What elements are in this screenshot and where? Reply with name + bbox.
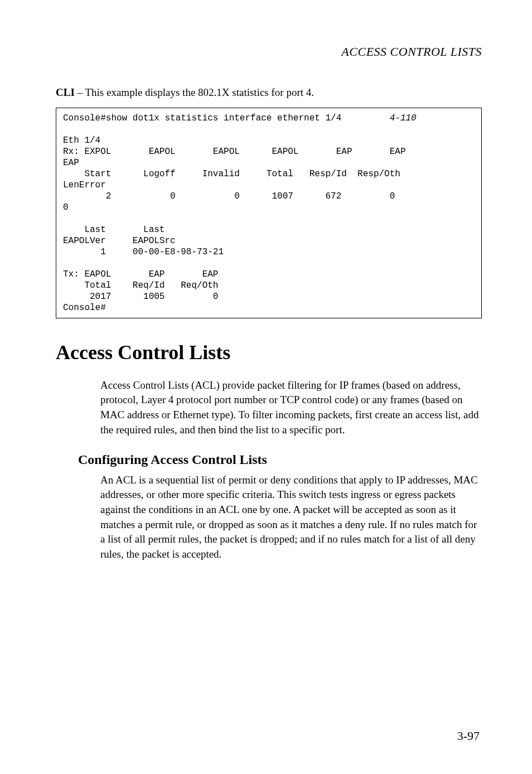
intro-rest: – This example displays the 802.1X stati…: [75, 86, 314, 98]
code-l16: Total Req/Id Req/Oth: [63, 280, 218, 291]
subsection-heading: Configuring Access Control Lists: [78, 451, 482, 470]
intro-bold: CLI: [56, 86, 75, 98]
section-heading: Access Control Lists: [56, 338, 482, 366]
code-ref: 4-110: [390, 113, 417, 123]
code-l17: 2017 1005 0: [63, 292, 218, 302]
code-l9: 0: [63, 202, 69, 212]
code-l12: EAPOLVer EAPOLSrc: [63, 236, 176, 246]
code-l7: LenError: [63, 180, 106, 190]
code-listing: Console#show dot1x statistics interface …: [56, 108, 482, 318]
code-l5: EAP: [63, 158, 79, 168]
page-number: 3-97: [457, 728, 480, 745]
code-l8: 2 0 0 1007 672 0: [63, 191, 395, 201]
code-l6: Start Logoff Invalid Total Resp/Id Resp/…: [63, 169, 400, 179]
code-l18: Console#: [63, 303, 106, 313]
code-l15: Tx: EAPOL EAP EAP: [63, 269, 218, 279]
paragraph-1: Access Control Lists (ACL) provide packe…: [100, 378, 482, 437]
code-l4: Rx: EXPOL EAPOL EAPOL EAPOL EAP EAP: [63, 147, 406, 157]
paragraph-2: An ACL is a sequential list of permit or…: [100, 473, 482, 562]
code-l11: Last Last: [63, 225, 165, 235]
code-l3: Eth 1/4: [63, 136, 100, 146]
code-cmd: Console#show dot1x statistics interface …: [63, 113, 341, 123]
code-l13: 1 00-00-E8-98-73-21: [63, 247, 224, 257]
running-head: ACCESS CONTROL LISTS: [56, 43, 482, 61]
intro-line: CLI – This example displays the 802.1X s…: [56, 85, 482, 100]
